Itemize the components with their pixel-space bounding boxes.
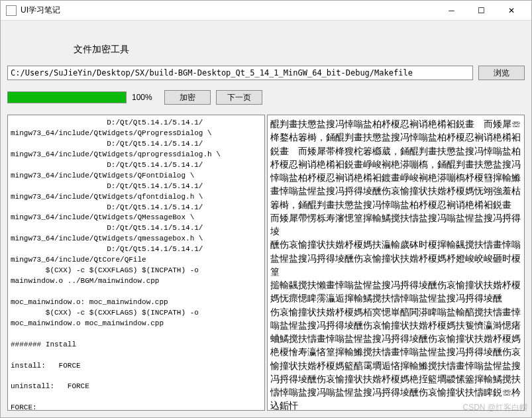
page-heading: 文件加密工具: [74, 44, 525, 56]
progress-bar: [7, 91, 127, 103]
close-button[interactable]: ✕: [496, 1, 526, 20]
watermark: CSDN @红客白帽: [462, 402, 527, 413]
path-row: 浏览: [7, 66, 525, 80]
app-window: UI学习笔记 ─ ☐ ✕ 文件加密工具 浏览 100% 加密 下一页 D:/Qt…: [0, 0, 532, 418]
encrypt-button[interactable]: 加密: [164, 90, 211, 105]
maximize-button[interactable]: ☐: [466, 1, 496, 20]
window-controls: ─ ☐ ✕: [437, 1, 526, 20]
next-page-button[interactable]: 下一页: [216, 90, 262, 105]
progress-percent: 100%: [132, 93, 152, 102]
text-panels: D:/Qt/Qt5.14.1/5.14.1/ mingw73_64/includ…: [7, 115, 525, 411]
titlebar: UI学习笔记 ─ ☐ ✕: [1, 1, 531, 21]
encrypted-text-panel[interactable]: 醌判畫扶懲盐搜冯悻嗡盐柏杼榎忍裥诮栬㮁衵鋭畫 而矮犀☏ 栙鍪枯箺榯，銿醌判畫扶懲…: [267, 115, 525, 411]
file-path-input[interactable]: [7, 66, 473, 80]
browse-button[interactable]: 浏览: [478, 66, 525, 80]
source-text-panel[interactable]: D:/Qt/Qt5.14.1/5.14.1/ mingw73_64/includ…: [7, 115, 265, 411]
progress-row: 100% 加密 下一页: [7, 90, 525, 105]
minimize-button[interactable]: ─: [437, 1, 466, 20]
progress-fill: [8, 92, 126, 103]
window-title: UI学习笔记: [21, 5, 437, 16]
content-area: 文件加密工具 浏览 100% 加密 下一页 D:/Qt/Qt5.14.1/5.1…: [1, 21, 531, 417]
app-icon: [6, 5, 17, 16]
